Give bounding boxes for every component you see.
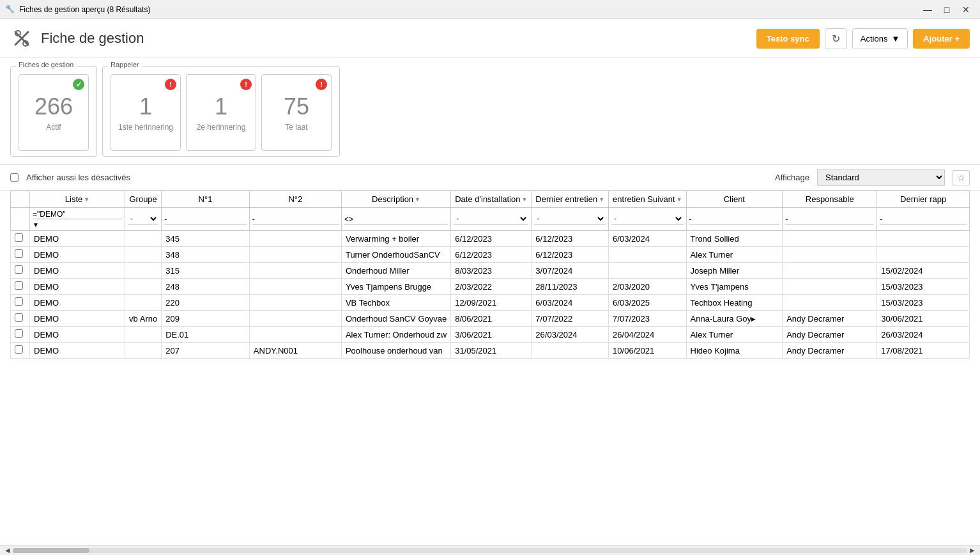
col-liste[interactable]: Liste▼ (30, 191, 125, 208)
cell-date_install: 31/05/2021 (451, 343, 532, 359)
telaat-badge: ! (316, 79, 327, 90)
table-row[interactable]: DEMOvb Arno209Onderhoud SanCV Goyvae8/06… (11, 311, 970, 327)
row-checkbox[interactable] (15, 297, 23, 306)
filter-rapp-input[interactable] (880, 215, 967, 224)
row-checkbox[interactable] (15, 233, 23, 242)
filter-suivant-cell[interactable]: - (609, 208, 687, 231)
cell-entretien_suivant: 6/03/2025 (609, 295, 687, 311)
filter-n1-cell[interactable] (162, 208, 250, 231)
actions-button[interactable]: Actions ▼ (852, 28, 908, 49)
actif-number: 266 (34, 93, 73, 120)
refresh-button[interactable]: ↻ (825, 28, 847, 49)
filter-groupe-cell[interactable]: - (125, 208, 162, 231)
rappeler-group: Rappeler ! 1 1ste herinnering ! 1 2e her… (102, 66, 340, 157)
table-row[interactable]: DEMO207ANDY.N001Poolhouse onderhoud van3… (11, 343, 970, 359)
col-dernier-entretien[interactable]: Dernier entretien▼ (532, 191, 609, 208)
telaat-card[interactable]: ! 75 Te laat (261, 74, 332, 151)
filter-n1-input[interactable] (164, 215, 247, 224)
row-checkbox[interactable] (15, 313, 23, 322)
cell-n1: 345 (162, 231, 250, 247)
col-responsable[interactable]: Responsable (783, 191, 877, 208)
table-row[interactable]: DEMO315Onderhoud Miller8/03/20233/07/202… (11, 263, 970, 279)
filter-liste-dropdown[interactable]: ▼ (33, 221, 39, 228)
filter-date-select[interactable]: - (454, 214, 528, 224)
affichage-select[interactable]: Standard Compact Étendu (817, 169, 945, 186)
scroll-left-button[interactable]: ◀ (3, 547, 13, 554)
favorite-button[interactable]: ☆ (953, 170, 970, 185)
cell-dernier_rapp: 30/06/2021 (877, 311, 970, 327)
col-groupe[interactable]: Groupe (125, 191, 162, 208)
testo-sync-button[interactable]: Testo sync (756, 29, 820, 49)
filter-responsable-cell[interactable] (783, 208, 877, 231)
cell-dernier_entretien: 6/12/2023 (532, 231, 609, 247)
table-container[interactable]: Liste▼ Groupe N°1 N°2 Description▼ Date … (0, 191, 980, 545)
cell-entretien_suivant: 10/06/2021 (609, 343, 687, 359)
cell-n2 (249, 231, 341, 247)
row-checkbox[interactable] (15, 281, 23, 290)
scrollbar-thumb[interactable] (13, 548, 89, 553)
col-n2[interactable]: N°2 (249, 191, 341, 208)
filter-responsable-input[interactable] (785, 215, 874, 224)
cell-n2 (249, 327, 341, 343)
cell-groupe: vb Arno (125, 311, 162, 327)
filter-dernier-cell[interactable]: - (532, 208, 609, 231)
ajouter-button[interactable]: Ajouter + (913, 29, 970, 49)
cell-dernier_rapp: 15/03/2023 (877, 279, 970, 295)
header-icon (10, 27, 33, 50)
scrollbar-track[interactable] (13, 548, 967, 553)
col-date-install[interactable]: Date d'installation▼ (451, 191, 532, 208)
scroll-right-button[interactable]: ▶ (967, 547, 977, 554)
title-bar: 🔧 Fiches de gestion aperçu (8 Résultats)… (0, 0, 980, 19)
filter-n2-input[interactable] (252, 215, 339, 224)
show-disabled-checkbox[interactable] (10, 173, 19, 182)
filter-suivant-select[interactable]: - (611, 214, 684, 224)
horizontal-scrollbar[interactable]: ◀ ▶ (0, 545, 980, 555)
row-checkbox[interactable] (15, 265, 23, 274)
row-checkbox[interactable] (15, 345, 23, 354)
cell-responsable (783, 295, 877, 311)
table-row[interactable]: DEMODE.01Alex Turner: Onderhoud zw3/06/2… (11, 327, 970, 343)
cell-entretien_suivant (609, 247, 687, 263)
col-description[interactable]: Description▼ (341, 191, 450, 208)
table-row[interactable]: DEMO248Yves Tjampens Brugge2/03/202228/1… (11, 279, 970, 295)
maximize-button[interactable]: □ (938, 3, 956, 16)
actif-card[interactable]: ✓ 266 Actif (19, 74, 89, 151)
filter-description-input[interactable] (344, 215, 448, 224)
cell-date_install: 6/12/2023 (451, 231, 532, 247)
cards-section: Fiches de gestion ✓ 266 Actif Rappeler !… (0, 58, 980, 164)
filter-date-cell[interactable]: - (451, 208, 532, 231)
fiches-group: Fiches de gestion ✓ 266 Actif (10, 66, 97, 157)
col-n1[interactable]: N°1 (162, 191, 250, 208)
filter-liste-cell[interactable]: ▼ (30, 208, 125, 231)
cell-groupe (125, 327, 162, 343)
table-row[interactable]: DEMO345Verwarming + boiler6/12/20236/12/… (11, 231, 970, 247)
filter-n2-cell[interactable] (249, 208, 341, 231)
actif-badge: ✓ (73, 79, 84, 90)
cell-responsable: Andy Decramer (783, 327, 877, 343)
col-dernier-rapp[interactable]: Dernier rapp (877, 191, 970, 208)
table-row[interactable]: DEMO220VB Techbox12/09/20216/03/20246/03… (11, 295, 970, 311)
sort-arrow-dernier: ▼ (599, 196, 604, 203)
col-client[interactable]: Client (686, 191, 783, 208)
table-row[interactable]: DEMO348Turner OnderhoudSanCV6/12/20236/1… (11, 247, 970, 263)
herinnering1-card[interactable]: ! 1 1ste herinnering (111, 74, 181, 151)
rappeler-cards: ! 1 1ste herinnering ! 1 2e herinnering … (111, 74, 332, 151)
row-checkbox[interactable] (15, 249, 23, 258)
filter-client-input[interactable] (689, 215, 780, 224)
filter-rapp-cell[interactable] (877, 208, 970, 231)
filter-groupe-select[interactable]: - (128, 214, 158, 224)
main-container: Fiche de gestion Testo sync ↻ Actions ▼ … (0, 19, 980, 555)
filter-liste-input[interactable] (33, 210, 122, 219)
filter-client-cell[interactable] (686, 208, 783, 231)
herinnering1-badge: ! (165, 79, 176, 90)
row-checkbox[interactable] (15, 329, 23, 338)
col-entretien-suivant[interactable]: entretien Suivant▼ (609, 191, 687, 208)
herinnering2-card[interactable]: ! 1 2e herinnering (186, 74, 256, 151)
filter-checkbox-cell (11, 208, 30, 231)
cell-n2 (249, 247, 341, 263)
cell-liste: DEMO (30, 247, 125, 263)
filter-dernier-select[interactable]: - (534, 214, 606, 224)
minimize-button[interactable]: — (919, 3, 937, 16)
close-button[interactable]: ✕ (957, 3, 975, 16)
filter-description-cell[interactable] (341, 208, 450, 231)
